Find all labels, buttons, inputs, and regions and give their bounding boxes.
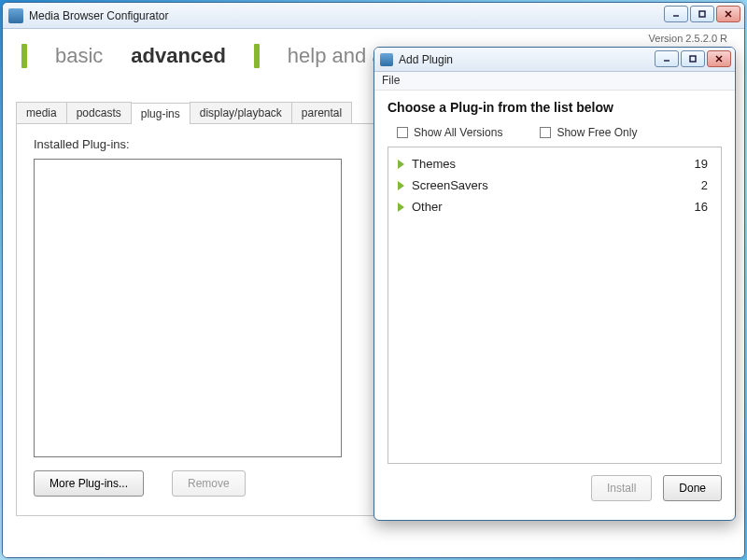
install-button: Install	[591, 475, 652, 501]
expand-icon	[398, 160, 404, 169]
checkbox-icon	[540, 127, 551, 138]
dialog-menu-file[interactable]: File	[382, 74, 400, 87]
dialog-title: Add Plugin	[399, 53, 453, 66]
close-button[interactable]	[716, 6, 740, 22]
show-all-versions-checkbox[interactable]: Show All Versions	[397, 126, 502, 139]
category-count: 2	[701, 178, 708, 192]
window-controls	[664, 6, 740, 22]
category-count: 19	[695, 157, 708, 171]
expand-icon	[398, 203, 404, 212]
nav-separator-icon	[21, 44, 27, 68]
show-all-versions-label: Show All Versions	[414, 126, 502, 139]
dialog-close-button[interactable]	[707, 50, 731, 67]
dialog-heading: Choose a Plug-in from the list below	[388, 100, 722, 115]
dialog-window-controls	[655, 50, 731, 67]
maximize-button[interactable]	[690, 6, 714, 22]
svg-rect-5	[690, 56, 696, 62]
dialog-titlebar[interactable]: Add Plugin	[374, 48, 735, 72]
tab-plugins[interactable]: plug-ins	[131, 103, 190, 124]
expand-icon	[398, 181, 404, 190]
show-free-only-checkbox[interactable]: Show Free Only	[540, 126, 637, 139]
show-free-only-label: Show Free Only	[557, 126, 637, 139]
category-label: Other	[412, 200, 443, 214]
dialog-menubar: File	[374, 72, 735, 91]
category-other[interactable]: Other 16	[392, 196, 717, 217]
category-themes[interactable]: Themes 19	[392, 153, 717, 175]
category-screensavers[interactable]: ScreenSavers 2	[392, 175, 717, 196]
add-plugin-dialog: Add Plugin File Choose a Plug-in from th…	[374, 47, 736, 521]
checkbox-icon	[397, 127, 408, 138]
dialog-minimize-button[interactable]	[655, 50, 679, 67]
dialog-maximize-button[interactable]	[681, 50, 705, 67]
version-label: Version 2.5.2.0 R	[649, 33, 727, 44]
nav-basic[interactable]: basic	[55, 44, 103, 68]
category-label: ScreenSavers	[412, 178, 488, 192]
window-title: Media Browser Configurator	[29, 9, 168, 22]
svg-rect-1	[699, 11, 705, 17]
nav-separator-icon	[254, 44, 260, 68]
more-plugins-button[interactable]: More Plug-ins...	[34, 470, 144, 497]
dialog-app-icon	[380, 53, 393, 66]
dialog-filter-row: Show All Versions Show Free Only	[388, 124, 722, 147]
plugin-category-list[interactable]: Themes 19 ScreenSavers 2 Other 16	[388, 147, 722, 464]
remove-plugin-button: Remove	[172, 470, 246, 497]
dialog-body: Choose a Plug-in from the list below Sho…	[374, 91, 735, 512]
tab-media[interactable]: media	[16, 102, 67, 123]
category-label: Themes	[412, 157, 456, 171]
tab-display-playback[interactable]: display/playback	[190, 102, 292, 123]
tab-podcasts[interactable]: podcasts	[66, 102, 132, 123]
category-count: 16	[695, 200, 708, 214]
dialog-button-row: Install Done	[388, 475, 722, 501]
minimize-button[interactable]	[664, 6, 688, 22]
done-button[interactable]: Done	[663, 475, 722, 501]
app-icon	[8, 8, 23, 23]
nav-advanced[interactable]: advanced	[131, 44, 226, 68]
installed-plugins-listbox[interactable]	[34, 159, 342, 457]
tab-parental[interactable]: parental	[291, 102, 352, 123]
main-titlebar[interactable]: Media Browser Configurator	[3, 3, 744, 29]
